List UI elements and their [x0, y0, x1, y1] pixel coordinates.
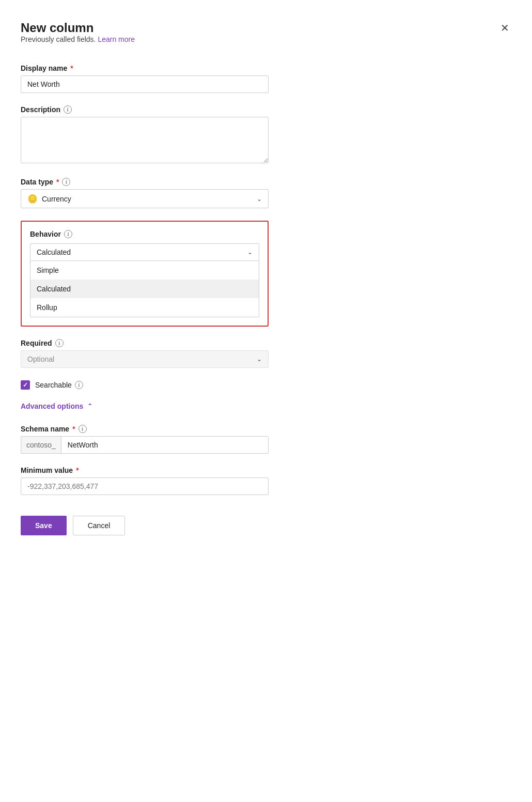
- data-type-section: Data type * i 🪙 Currency ⌄: [21, 178, 269, 208]
- min-value-input[interactable]: [21, 477, 269, 495]
- schema-name-input[interactable]: [61, 437, 268, 453]
- behavior-select[interactable]: Calculated ⌄: [30, 243, 259, 261]
- data-type-select-wrapper: 🪙 Currency ⌄: [21, 189, 269, 208]
- data-type-select[interactable]: 🪙 Currency ⌄: [21, 189, 269, 208]
- required-info-icon: i: [55, 339, 64, 347]
- schema-name-label: Schema name * i: [21, 425, 269, 433]
- required-star: *: [70, 64, 73, 72]
- advanced-options-toggle[interactable]: Advanced options ⌃: [21, 402, 269, 410]
- required-star-schema: *: [72, 425, 75, 433]
- currency-icon: 🪙: [27, 194, 38, 204]
- required-section: Required i Optional ⌄: [21, 339, 269, 368]
- display-name-input[interactable]: [21, 75, 269, 93]
- footer-buttons: Save Cancel: [21, 516, 269, 535]
- description-info-icon: i: [64, 105, 72, 114]
- page-subtitle: Previously called fields. Learn more: [21, 35, 135, 43]
- page-title: New column: [21, 21, 135, 35]
- description-label: Description i: [21, 105, 269, 114]
- data-type-info-icon: i: [62, 178, 70, 186]
- schema-name-section: Schema name * i contoso_: [21, 425, 269, 454]
- behavior-option-rollup[interactable]: Rollup: [30, 298, 259, 317]
- learn-more-link[interactable]: Learn more: [98, 35, 135, 43]
- required-star-datatype: *: [56, 178, 59, 186]
- save-button[interactable]: Save: [21, 516, 67, 535]
- advanced-options-chevron-icon: ⌃: [87, 403, 92, 410]
- behavior-dropdown: Simple Calculated Rollup: [30, 261, 259, 317]
- behavior-label: Behavior i: [30, 230, 259, 238]
- searchable-label: Searchable i: [35, 381, 83, 389]
- required-label: Required i: [21, 339, 269, 347]
- schema-name-info-icon: i: [79, 425, 87, 433]
- schema-prefix: contoso_: [21, 437, 61, 453]
- behavior-option-calculated[interactable]: Calculated: [30, 280, 259, 298]
- display-name-section: Display name *: [21, 64, 269, 93]
- display-name-label: Display name *: [21, 64, 269, 72]
- description-section: Description i: [21, 105, 269, 165]
- required-select-wrapper: Optional ⌄: [21, 350, 269, 368]
- required-select[interactable]: Optional ⌄: [21, 350, 269, 368]
- schema-name-field: contoso_: [21, 436, 269, 454]
- min-value-label: Minimum value *: [21, 466, 269, 474]
- min-value-section: Minimum value *: [21, 466, 269, 495]
- behavior-section: Behavior i Calculated ⌄ Simple Calculate…: [21, 221, 269, 327]
- required-star-min: *: [76, 466, 79, 474]
- behavior-chevron-icon: ⌄: [247, 249, 253, 256]
- close-button[interactable]: ✕: [498, 21, 511, 35]
- cancel-button[interactable]: Cancel: [73, 516, 126, 535]
- checkmark-icon: ✓: [23, 382, 28, 388]
- data-type-label: Data type * i: [21, 178, 269, 186]
- searchable-info-icon: i: [75, 381, 83, 389]
- searchable-row: ✓ Searchable i: [21, 380, 269, 390]
- behavior-info-icon: i: [64, 230, 72, 238]
- required-chevron-icon: ⌄: [257, 356, 262, 363]
- description-input[interactable]: [21, 117, 269, 163]
- chevron-down-icon: ⌄: [257, 195, 262, 203]
- behavior-option-simple[interactable]: Simple: [30, 261, 259, 280]
- searchable-checkbox[interactable]: ✓: [21, 380, 30, 390]
